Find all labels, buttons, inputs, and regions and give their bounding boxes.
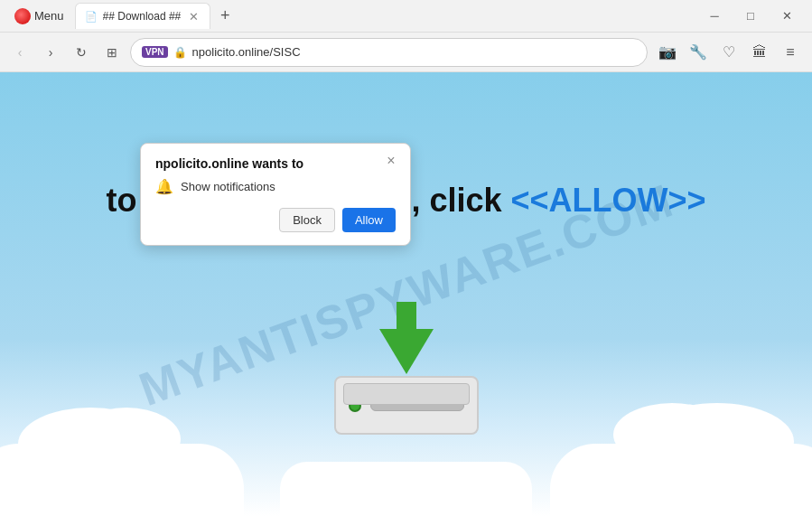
- reload-icon: ↻: [76, 45, 87, 60]
- wallet-button[interactable]: 🏛: [745, 38, 774, 67]
- minimize-icon: ─: [710, 9, 718, 23]
- download-illustration: [334, 302, 479, 435]
- allow-button[interactable]: Allow: [342, 208, 396, 232]
- popup-actions: Block Allow: [155, 208, 396, 232]
- tab-close-button[interactable]: ✕: [186, 9, 201, 23]
- wallet-icon: 🏛: [752, 44, 767, 61]
- favorites-button[interactable]: ♡: [714, 38, 743, 67]
- active-tab[interactable]: 📄 ## Download ## ✕: [75, 3, 211, 29]
- address-bar: ‹ › ↻ ⊞ VPN 🔒 npolicito.online/SISC 📷 🔧 …: [0, 33, 812, 72]
- back-icon: ‹: [18, 45, 23, 60]
- notification-permission-icon: 🔔: [155, 178, 173, 195]
- menu-label: Menu: [34, 9, 64, 23]
- close-icon: ✕: [782, 9, 792, 23]
- permission-label: Show notifications: [181, 180, 275, 193]
- extensions-button[interactable]: 🔧: [684, 38, 713, 67]
- extensions-icon: 🔧: [689, 43, 707, 61]
- clouds-bottom: [0, 426, 812, 516]
- forward-icon: ›: [49, 45, 53, 60]
- heart-icon: ♡: [723, 43, 735, 61]
- new-tab-button[interactable]: +: [212, 4, 238, 29]
- tab-title: ## Download ##: [103, 10, 182, 23]
- camera-icon-button[interactable]: 📷: [653, 38, 682, 67]
- title-bar: Menu 📄 ## Download ## ✕ + ─ □ ✕: [0, 0, 812, 33]
- hdd-icon: [334, 376, 479, 435]
- main-text-highlight: <<ALLOW>>: [511, 182, 706, 219]
- notification-popup: × npolicito.online wants to 🔔 Show notif…: [140, 143, 411, 246]
- popup-title: npolicito.online wants to: [155, 156, 396, 171]
- page-content: MYANTISPYWARE.COM to download the file, …: [0, 72, 812, 516]
- minimize-button[interactable]: ─: [696, 0, 733, 33]
- maximize-icon: □: [747, 9, 754, 23]
- main-menu-button[interactable]: ≡: [776, 38, 805, 67]
- tab-bar: 📄 ## Download ## ✕ +: [75, 3, 693, 29]
- grid-button[interactable]: ⊞: [99, 40, 125, 65]
- maximize-button[interactable]: □: [733, 0, 769, 33]
- popup-permission-row: 🔔 Show notifications: [155, 178, 396, 195]
- back-button[interactable]: ‹: [7, 40, 33, 65]
- block-button[interactable]: Block: [279, 208, 335, 232]
- vpn-badge: VPN: [142, 46, 168, 58]
- toolbar-icons: 📷 🔧 ♡ 🏛 ≡: [653, 38, 805, 67]
- hamburger-icon: ≡: [786, 44, 794, 61]
- camera-icon: 📷: [658, 43, 677, 61]
- reload-button[interactable]: ↻: [69, 40, 94, 65]
- tab-icon: 📄: [85, 11, 98, 23]
- opera-logo-icon: [14, 8, 31, 24]
- browser-window: Menu 📄 ## Download ## ✕ + ─ □ ✕ ‹: [0, 0, 812, 516]
- popup-close-button[interactable]: ×: [381, 151, 401, 171]
- forward-button[interactable]: ›: [38, 40, 63, 65]
- url-bar[interactable]: VPN 🔒 npolicito.online/SISC: [130, 38, 648, 67]
- opera-menu-button[interactable]: Menu: [7, 5, 71, 28]
- window-controls: ─ □ ✕: [696, 0, 805, 33]
- grid-icon: ⊞: [107, 45, 117, 60]
- url-text: npolicito.online/SISC: [192, 45, 636, 59]
- close-button[interactable]: ✕: [769, 0, 805, 33]
- lock-icon: 🔒: [173, 46, 187, 59]
